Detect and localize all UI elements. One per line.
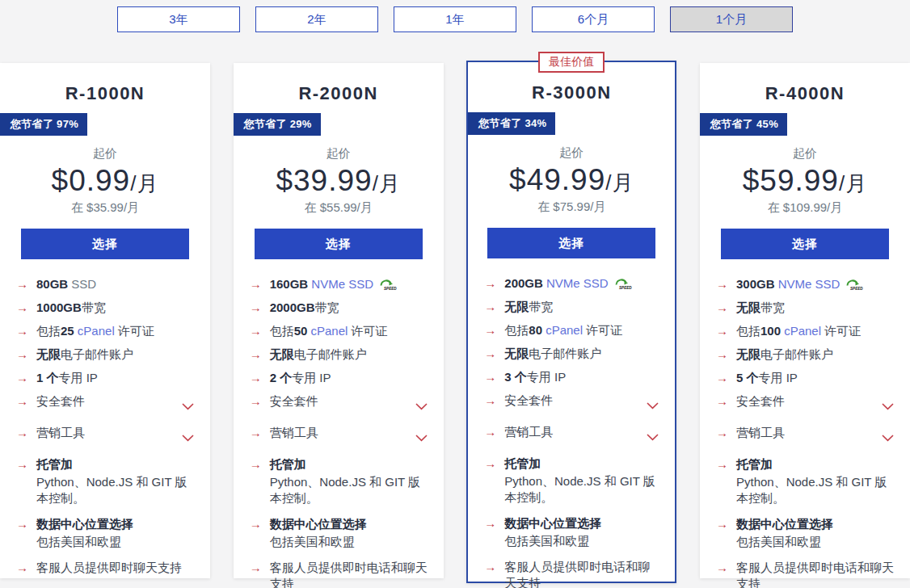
savings-badge: 您节省了 29%	[234, 113, 321, 136]
feature-item: →数据中心位置选择包括美国和欧盟	[250, 516, 428, 550]
feature-link-text[interactable]: NVMe SSD	[308, 277, 373, 291]
feature-link-text[interactable]: NVMe SSD	[775, 277, 840, 291]
original-price: 在 $35.99/月	[0, 200, 210, 216]
select-plan-button[interactable]: 选择	[21, 229, 189, 259]
feature-text: 营销工具	[504, 424, 647, 440]
feature-item: →数据中心位置选择包括美国和欧盟	[16, 516, 194, 550]
original-price: 在 $109.99/月	[700, 200, 910, 216]
feature-text: 安全套件	[504, 393, 647, 409]
chevron-down-icon[interactable]	[882, 403, 894, 410]
feature-text: 无限电子邮件账户	[36, 346, 194, 363]
feature-item: →5 个专用 IP	[716, 370, 894, 386]
speed-icon: SPEED	[845, 277, 863, 291]
feature-link-text[interactable]: NVMe SSD	[543, 276, 609, 290]
feature-item: →200GB NVMe SSDSPEED	[484, 275, 659, 292]
tab-1-year[interactable]: 1年	[394, 6, 516, 32]
plan-price: $39.99/月	[234, 164, 444, 198]
arrow-icon: →	[484, 393, 496, 409]
arrow-icon: →	[16, 323, 28, 339]
select-plan-button[interactable]: 选择	[487, 228, 655, 258]
feature-text: 2 个专用 IP	[270, 370, 428, 386]
price-block: 起价 $0.99/月 在 $35.99/月	[0, 146, 210, 216]
arrow-icon: →	[484, 346, 496, 362]
feature-list: →160GB NVMe SSDSPEED→2000GB带宽→包括50 cPane…	[234, 276, 444, 588]
price-block: 起价 $59.99/月 在 $109.99/月	[700, 146, 910, 216]
tab-6-months[interactable]: 6个月	[532, 6, 655, 32]
feature-item: →客服人员提供即时聊天支持	[16, 560, 194, 576]
chevron-down-icon[interactable]	[182, 435, 194, 442]
feature-item[interactable]: →安全套件	[250, 393, 428, 414]
feature-subtext: 包括美国和欧盟	[270, 534, 428, 550]
arrow-icon: →	[16, 560, 28, 576]
feature-text: 1000GB带宽	[36, 300, 194, 316]
feature-link-text[interactable]: cPanel	[74, 324, 118, 338]
feature-item[interactable]: →安全套件	[716, 393, 894, 414]
feature-item: →包括100 cPanel 许可证	[716, 323, 894, 339]
svg-text:SPEED: SPEED	[619, 286, 632, 290]
arrow-icon: →	[716, 346, 728, 363]
feature-item: →托管加Python、Node.JS 和 GIT 版本控制。	[716, 456, 894, 506]
feature-item: →客服人员提供即时电话和聊天支持	[484, 559, 659, 588]
feature-text: 5 个专用 IP	[736, 370, 894, 386]
plan-price: $49.99/月	[468, 163, 675, 197]
feature-text: 包括100 cPanel 许可证	[736, 323, 894, 339]
chevron-down-icon[interactable]	[647, 402, 659, 410]
feature-item[interactable]: →安全套件	[16, 393, 194, 414]
feature-item[interactable]: →营销工具	[250, 425, 428, 446]
select-plan-button[interactable]: 选择	[721, 229, 889, 259]
chevron-down-icon[interactable]	[415, 435, 428, 442]
feature-text: 营销工具	[36, 425, 182, 441]
feature-link-text[interactable]: cPanel	[307, 324, 351, 338]
pricing-cards-row: R-1000N 您节省了 97% 起价 $0.99/月 在 $35.99/月 选…	[0, 63, 910, 583]
feature-item[interactable]: →营销工具	[716, 425, 894, 446]
select-plan-button[interactable]: 选择	[255, 229, 423, 259]
feature-item: →托管加Python、Node.JS 和 GIT 版本控制。	[250, 456, 428, 506]
arrow-icon: →	[250, 425, 262, 441]
plan-name: R-3000N	[468, 82, 675, 103]
feature-item: →300GB NVMe SSDSPEED	[716, 276, 894, 292]
arrow-icon: →	[16, 516, 28, 532]
price-block: 起价 $49.99/月 在 $75.99/月	[468, 145, 675, 215]
feature-link-text[interactable]: cPanel	[542, 323, 586, 337]
chevron-down-icon[interactable]	[415, 403, 428, 410]
feature-item: →无限电子邮件账户	[16, 346, 194, 363]
arrow-icon: →	[250, 516, 262, 532]
feature-text: 安全套件	[36, 393, 182, 410]
feature-text: 托管加Python、Node.JS 和 GIT 版本控制。	[504, 456, 659, 506]
feature-text: 无限电子邮件账户	[504, 346, 659, 362]
feature-item[interactable]: →安全套件	[484, 393, 659, 414]
feature-link-text[interactable]: cPanel	[781, 324, 824, 338]
chevron-down-icon[interactable]	[882, 435, 894, 442]
arrow-icon: →	[484, 424, 496, 440]
feature-subtext: Python、Node.JS 和 GIT 版本控制。	[270, 474, 428, 506]
feature-item: →无限电子邮件账户	[716, 346, 894, 363]
feature-item: →托管加Python、Node.JS 和 GIT 版本控制。	[16, 456, 194, 506]
feature-text: 数据中心位置选择包括美国和欧盟	[504, 515, 659, 549]
feature-text: 营销工具	[270, 425, 415, 441]
feature-text: 无限电子邮件账户	[736, 346, 894, 363]
arrow-icon: →	[250, 456, 262, 472]
feature-text: 客服人员提供即时电话和聊天支持	[504, 559, 659, 588]
arrow-icon: →	[716, 370, 728, 386]
tab-3-years[interactable]: 3年	[117, 6, 240, 32]
feature-text: 客服人员提供即时电话和聊天支持	[270, 560, 428, 588]
arrow-icon: →	[250, 393, 262, 410]
chevron-down-icon[interactable]	[647, 434, 659, 441]
feature-item: →客服人员提供即时电话和聊天支持	[716, 560, 894, 588]
feature-item[interactable]: →营销工具	[16, 425, 194, 446]
feature-item: →80GB SSD	[16, 276, 194, 292]
svg-text:SPEED: SPEED	[850, 287, 863, 291]
feature-subtext: 包括美国和欧盟	[504, 533, 659, 549]
feature-item[interactable]: →营销工具	[484, 424, 659, 445]
tab-2-years[interactable]: 2年	[255, 6, 378, 32]
feature-text: 160GB NVMe SSDSPEED	[270, 276, 428, 292]
arrow-icon: →	[716, 276, 728, 292]
chevron-down-icon[interactable]	[182, 403, 194, 410]
arrow-icon: →	[16, 370, 28, 386]
tab-1-month[interactable]: 1个月	[670, 6, 793, 32]
feature-text: 数据中心位置选择包括美国和欧盟	[270, 516, 428, 550]
feature-item: →3 个专用 IP	[484, 369, 659, 385]
feature-item: →包括80 cPanel 许可证	[484, 322, 659, 338]
feature-text: 营销工具	[736, 425, 882, 441]
feature-text: 数据中心位置选择包括美国和欧盟	[36, 516, 194, 550]
